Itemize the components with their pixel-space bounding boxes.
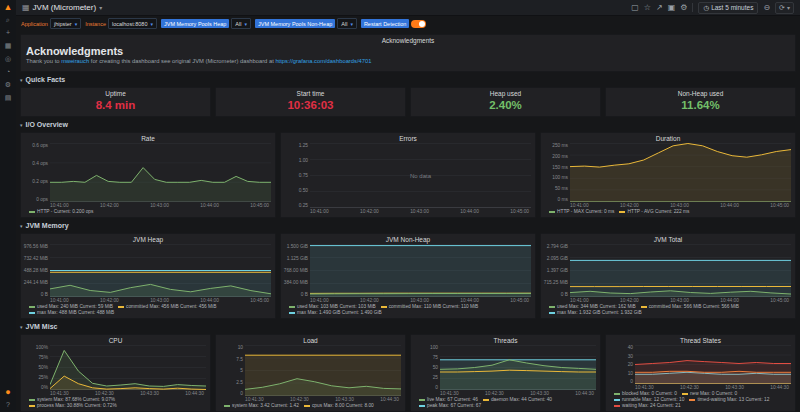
- panel-title[interactable]: Errors: [281, 133, 535, 143]
- ack-text: Thank you to mweirauch for creating this…: [21, 57, 795, 65]
- ack-author-link[interactable]: mweirauch: [61, 58, 89, 64]
- title-caret-icon[interactable]: ▾: [99, 4, 102, 11]
- no-data-label: No data: [310, 143, 531, 208]
- ack-heading: Acknowledgments: [21, 45, 795, 57]
- panel-title[interactable]: JVM Non-Heap: [281, 234, 535, 244]
- row-header-io-overview[interactable]: ▾ I/O Overview: [20, 120, 796, 129]
- configuration-icon[interactable]: ⚙: [5, 81, 11, 89]
- y-axis-labels: 976.56 MiB732.42 MiB488.28 MiB244.14 MiB…: [23, 244, 50, 297]
- panel-title[interactable]: Thread States: [606, 335, 795, 345]
- time-range-picker[interactable]: ◷ Last 5 minutes: [698, 2, 758, 14]
- chevron-down-icon: ▾: [20, 77, 23, 83]
- refresh-icon: ⟳: [779, 4, 785, 12]
- grafana-logo[interactable]: ▲: [4, 3, 13, 11]
- jvm-heap-chart[interactable]: [50, 244, 271, 297]
- y-axis-labels: 1007550250: [413, 345, 440, 390]
- chevron-down-icon: ▾: [244, 21, 247, 27]
- stat-value: 2.40%: [411, 99, 600, 111]
- ack-url-link[interactable]: https://grafana.com/dashboards/4701: [275, 58, 371, 64]
- heap-pools-label[interactable]: JVM Memory Pools Heap: [161, 19, 229, 28]
- chevron-down-icon: ▾: [20, 122, 23, 128]
- row-header-jvm-memory[interactable]: ▾ JVM Memory: [20, 221, 796, 230]
- y-axis-labels: 1.500 GiB1.125 GiB768.00 MiB384.00 MiB0 …: [283, 244, 310, 297]
- panel-title[interactable]: Start time: [216, 88, 405, 98]
- create-icon[interactable]: +: [6, 29, 10, 37]
- zoom-out-icon[interactable]: ⊖: [763, 3, 770, 13]
- legend: [281, 214, 535, 217]
- save-icon[interactable]: ▣: [668, 3, 676, 13]
- nonheap-pools-select[interactable]: All▾: [337, 18, 357, 29]
- heap-pools-select[interactable]: All▾: [231, 18, 251, 29]
- star-icon[interactable]: ☆: [644, 3, 651, 13]
- panel-title[interactable]: Acknowledgments: [21, 35, 795, 45]
- io-overview-row: Rate 0.6 ops0.4 ops0.2 ops0 ops 10:41:00…: [20, 132, 796, 218]
- load-chart[interactable]: [245, 345, 401, 396]
- y-axis-labels: 2.794 GiB2.095 GiB1.397 GiB715.25 MiB0 B: [543, 244, 570, 297]
- chevron-down-icon: ▾: [75, 21, 78, 27]
- row-header-quick-facts[interactable]: ▾ Quick Facts: [20, 75, 796, 84]
- rate-chart[interactable]: [50, 143, 271, 202]
- panel-title[interactable]: Threads: [411, 335, 600, 345]
- sidebar: ▲⌕+▦◎◔⚙▤ ●?: [0, 0, 16, 412]
- threads-chart[interactable]: [440, 345, 596, 390]
- panel-title[interactable]: CPU: [21, 335, 210, 345]
- alerting-icon[interactable]: ◔: [6, 68, 10, 76]
- ack-text-mid: for creating this dashboard see original…: [89, 58, 275, 64]
- panel-title[interactable]: Rate: [21, 133, 275, 143]
- panel-thread-states: Thread States 403020100 10:41:3010:42:30…: [605, 334, 796, 412]
- panel-title[interactable]: Uptime: [21, 88, 210, 98]
- dashboards-icon[interactable]: ▦: [5, 42, 12, 50]
- cpu-chart[interactable]: [50, 345, 206, 390]
- variable-heap-pools: JVM Memory Pools Heap All▾: [161, 18, 251, 29]
- share-icon[interactable]: ↗: [656, 3, 663, 13]
- panel-title[interactable]: Heap used: [411, 88, 600, 98]
- legend: used Max: 344 MiB Current: 162 MiBcommit…: [541, 303, 795, 318]
- instance-label: Instance: [85, 21, 106, 27]
- row-header-jvm-misc[interactable]: ▾ JVM Misc: [20, 322, 796, 331]
- restart-detection-toggle[interactable]: [411, 20, 426, 28]
- refresh-button[interactable]: ⟳ ▾: [775, 2, 794, 14]
- row-title: JVM Memory: [26, 222, 69, 229]
- server-admin-icon[interactable]: ▤: [5, 94, 12, 102]
- legend: HTTP - Current: 0.200 ops: [21, 208, 275, 217]
- search-icon[interactable]: ⌕: [6, 16, 10, 24]
- panel-title[interactable]: Duration: [541, 133, 795, 143]
- panel-title[interactable]: Non-Heap used: [606, 88, 795, 98]
- time-range-label: Last 5 minutes: [711, 4, 753, 11]
- ack-text-prefix: Thank you to: [26, 58, 61, 64]
- navbar-actions: ▢ ☆ ↗ ▣ ⚙ ◷ Last 5 minutes ⊖ ⟳ ▾: [631, 2, 794, 14]
- legend: used Max: 103 MiB Current: 103 MiBcommit…: [281, 303, 535, 318]
- legend: HTTP - MAX Current: 0 msHTTP - AVG Curre…: [541, 208, 795, 217]
- duration-chart[interactable]: [570, 143, 791, 202]
- panel-load: Load 107.552.50 10:41:3010:42:3010:43:30…: [215, 334, 406, 412]
- dashboard-title[interactable]: JVM (Micrometer): [33, 3, 97, 12]
- help-icon[interactable]: ?: [6, 401, 10, 409]
- row-title: I/O Overview: [26, 121, 68, 128]
- settings-gear-icon[interactable]: ⚙: [680, 3, 687, 13]
- legend: used Max: 240 MiB Current: 59 MiBcommitt…: [21, 303, 275, 318]
- grafana-org-icon[interactable]: ●: [5, 388, 10, 396]
- instance-select[interactable]: localhost:8080▾: [108, 18, 157, 29]
- quick-facts-row: Uptime 8.4 min Start time 10:36:03 Heap …: [20, 87, 796, 117]
- clock-icon: ◷: [703, 4, 709, 12]
- jvm-nonheap-chart[interactable]: [310, 244, 531, 297]
- panel-title[interactable]: JVM Total: [541, 234, 795, 244]
- legend: live Max: 67 Current: 46daemon Max: 44 C…: [411, 396, 600, 411]
- panel-cpu: CPU 100%75%50%25%0% 10:41:3010:42:3010:4…: [20, 334, 211, 412]
- restart-detection-label[interactable]: Restart Detection: [361, 19, 410, 28]
- thread-states-chart[interactable]: [635, 345, 791, 384]
- explore-icon[interactable]: ◎: [5, 55, 11, 63]
- chevron-down-icon: ▾: [20, 223, 23, 229]
- panel-title[interactable]: Load: [216, 335, 405, 345]
- cycle-view-icon[interactable]: ▢: [631, 3, 639, 13]
- variable-application: Application jhipster▾: [21, 18, 81, 29]
- main-area: ▦ JVM (Micrometer) ▾ ▢ ☆ ↗ ▣ ⚙ ◷ Last 5 …: [16, 0, 800, 412]
- sidebar-top: ▲⌕+▦◎◔⚙▤: [4, 3, 13, 102]
- errors-chart[interactable]: No data: [310, 143, 531, 208]
- panel-title[interactable]: JVM Heap: [21, 234, 275, 244]
- application-select[interactable]: jhipster▾: [50, 18, 81, 29]
- nonheap-pools-label[interactable]: JVM Memory Pools Non-Heap: [255, 19, 335, 28]
- jvm-total-chart[interactable]: [570, 244, 791, 297]
- legend: blocked Max: 0 Current: 0new Max: 0 Curr…: [606, 390, 795, 411]
- grafana-app: ▲⌕+▦◎◔⚙▤ ●? ▦ JVM (Micrometer) ▾ ▢ ☆ ↗ ▣…: [0, 0, 800, 412]
